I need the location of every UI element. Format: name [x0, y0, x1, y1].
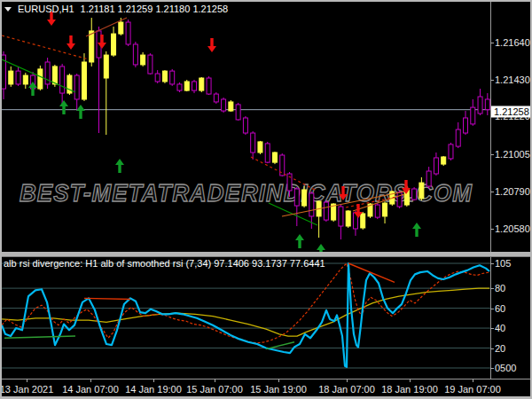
candle-body — [346, 211, 350, 226]
candle-body — [207, 78, 211, 94]
indicator-axis-label: 0500 — [495, 363, 516, 373]
candle-body — [16, 71, 20, 84]
chart-dropdown-icon[interactable] — [4, 7, 12, 12]
indicator-axis-label: 40 — [495, 323, 505, 333]
candle-body — [60, 66, 65, 93]
indicator-axis-tick — [490, 309, 494, 309]
ohlc-values-label: 1.21181 1.21259 1.21180 1.21258 — [81, 4, 229, 14]
chart-title-bar: EURUSD,H1 1.21181 1.21259 1.21180 1.2125… — [4, 4, 228, 14]
price-axis-tick — [490, 80, 494, 81]
buy-arrow-icon — [317, 244, 325, 252]
candle-body — [9, 71, 13, 84]
candle-body — [133, 44, 137, 65]
price-axis-label: 1.21005 — [495, 149, 530, 160]
candle-body — [309, 193, 314, 216]
window-border-top — [0, 0, 532, 2]
candle-body — [200, 78, 204, 90]
indicator-axis-label: 20 — [495, 343, 505, 354]
candle-body — [162, 71, 167, 82]
time-axis-label: 19 Jan 07:00 — [444, 384, 501, 395]
candle-body — [419, 183, 424, 199]
candle-body — [112, 34, 116, 55]
candle-body — [272, 153, 277, 162]
time-axis-tick — [153, 379, 154, 382]
candle-body — [442, 157, 446, 164]
sell-arrow-icon — [339, 186, 348, 200]
candle-body — [412, 189, 417, 200]
candle-body — [478, 97, 482, 113]
candle-body — [397, 192, 402, 207]
candle-body — [119, 22, 123, 34]
candle-body — [222, 99, 226, 111]
candle-body — [126, 22, 130, 44]
indicator-axis-tick — [490, 288, 494, 289]
smoothed-rsi-line — [2, 263, 489, 367]
indicator-subwindow-canvas[interactable] — [2, 256, 490, 379]
candle-body — [485, 99, 489, 110]
symbol-period-label: EURUSD,H1 — [18, 4, 74, 14]
time-axis-label: 14 Jan 07:00 — [62, 384, 119, 395]
price-axis-tick — [490, 229, 494, 230]
candle-body — [148, 55, 153, 74]
candle-body — [141, 55, 145, 65]
buy-arrow-icon — [59, 100, 68, 114]
candle-body — [155, 74, 160, 82]
panel-separator-handle[interactable] — [0, 252, 532, 257]
candle-body — [177, 84, 182, 90]
candles-layer — [2, 18, 489, 239]
candle-body — [471, 107, 475, 124]
time-axis-tick — [27, 379, 27, 382]
candle-body — [82, 62, 86, 99]
time-axis-tick — [410, 379, 411, 382]
candle-body — [243, 118, 247, 133]
buy-arrow-icon — [76, 105, 85, 119]
price-scale[interactable]: 1.216401.214301.212201.210051.207901.205… — [491, 2, 530, 379]
time-axis-tick — [278, 379, 279, 382]
candle-body — [52, 66, 57, 84]
rsi-raw-line — [2, 263, 489, 343]
time-axis-label: 13 Jan 2021 — [0, 384, 53, 395]
indicator-axis-tick — [490, 328, 494, 329]
time-axis-tick — [347, 379, 348, 382]
candle-body — [38, 69, 43, 89]
candle-body — [258, 142, 262, 153]
time-scale[interactable]: 13 Jan 202114 Jan 07:0014 Jan 19:0015 Ja… — [2, 379, 530, 396]
price-axis-label: 1.21640 — [495, 37, 530, 48]
trend-line — [2, 35, 89, 59]
price-axis-label: 1.21430 — [495, 74, 530, 85]
sell-arrow-icon — [207, 38, 216, 52]
indicator-axis-label: 60 — [495, 303, 505, 314]
price-axis-tick — [490, 192, 494, 192]
indicator-header-label: alb rsi divergence: H1 alb of smoothed r… — [4, 258, 325, 269]
time-axis-label: 18 Jan 19:00 — [381, 384, 438, 395]
candle-body — [192, 82, 197, 90]
price-axis-tick — [490, 43, 494, 43]
current-price-box: 1.21258 — [491, 106, 532, 117]
candle-body — [302, 190, 307, 206]
time-axis-label: 15 Jan 19:00 — [250, 384, 307, 395]
time-axis-tick — [90, 379, 91, 382]
candle-body — [324, 202, 328, 220]
candle-body — [184, 82, 189, 90]
bull-divergence-line — [4, 336, 75, 338]
candle-body — [361, 214, 365, 228]
signal-ma-line — [2, 288, 489, 336]
main-chart-canvas[interactable] — [2, 2, 490, 252]
buy-arrow-icon — [115, 159, 124, 173]
time-axis-tick — [215, 379, 215, 382]
buy-arrow-icon — [28, 82, 37, 96]
mt4-chart-window: BEST-METATRADERINDICATORS.COM EURUSD,H1 … — [0, 0, 532, 399]
bear-divergence-line — [348, 263, 395, 282]
candle-body — [383, 203, 387, 216]
candle-body — [456, 129, 460, 146]
candle-body — [426, 171, 431, 186]
candle-body — [449, 145, 453, 159]
candle-body — [265, 144, 270, 162]
buy-arrow-icon — [412, 223, 421, 237]
indicator-axis-label: 80 — [495, 283, 505, 293]
candle-body — [229, 102, 233, 111]
indicator-axis-tick — [490, 263, 494, 264]
price-axis-label: 1.20790 — [495, 186, 530, 197]
candle-body — [294, 189, 299, 206]
time-axis-label: 15 Jan 07:00 — [186, 384, 243, 395]
